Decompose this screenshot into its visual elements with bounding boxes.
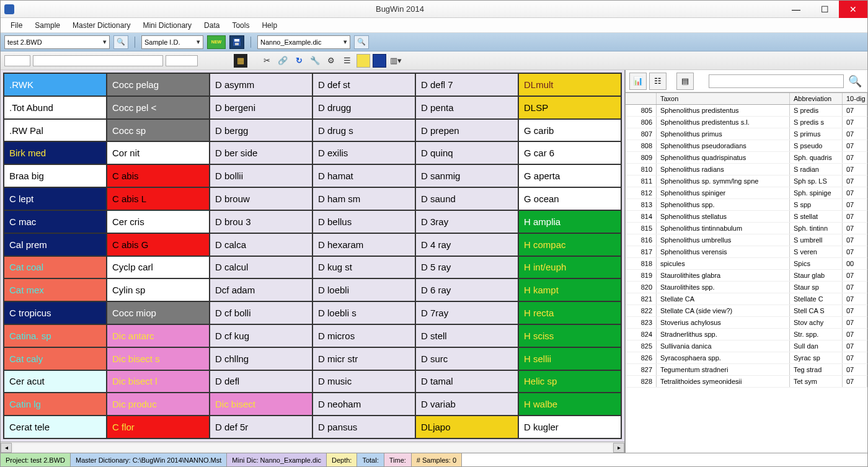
grid-cell[interactable]: D saund (415, 187, 518, 210)
save-button[interactable] (229, 35, 244, 49)
grid-cell[interactable]: C tropicus (4, 301, 107, 324)
col-header-dig[interactable]: 10-dig (843, 93, 867, 104)
taxon-row[interactable]: 821Stellate CAStellate C07 (626, 293, 867, 305)
grid-cell[interactable]: D cf kug (210, 324, 312, 347)
grid-cell[interactable]: .RWK (4, 73, 107, 96)
grid-cell[interactable]: Cat mex (4, 278, 107, 301)
taxon-row[interactable]: 809Sphenolithus quadrispinatusSph. quadr… (626, 152, 867, 164)
grid-cell[interactable]: D 5 ray (415, 256, 518, 279)
taxon-row[interactable]: 828Tetralithoides symeonidesiiTet sym07 (626, 376, 867, 388)
scroll-left-icon[interactable]: ◂ (1, 443, 12, 453)
grid-cell[interactable]: D calcul (210, 256, 312, 279)
grid-cell[interactable]: D 3ray (415, 210, 518, 233)
grid-cell[interactable]: D chllng (210, 347, 312, 370)
grid-cell[interactable]: D cf bolli (210, 301, 312, 324)
field-3[interactable] (166, 55, 198, 66)
grid-cell[interactable]: D ber side (210, 141, 312, 164)
grid-cell[interactable]: D kugler (518, 416, 621, 438)
scroll-track[interactable] (13, 444, 612, 451)
grid-cell[interactable]: D drugg (312, 96, 415, 119)
grid-cell[interactable]: D loebli s (312, 301, 415, 324)
grid-cell[interactable]: .RW Pal (4, 119, 107, 142)
grid-cell[interactable]: G aperta (518, 164, 621, 187)
grid-cell[interactable]: DLmult (518, 73, 621, 96)
grid-cell[interactable]: D micr str (312, 347, 415, 370)
grid-cell[interactable]: Cyclp carl (107, 256, 210, 279)
horizontal-scrollbar[interactable]: ◂ ▸ (1, 442, 624, 453)
link-icon[interactable]: 🔗 (276, 54, 290, 68)
grid-cell[interactable]: H recta (518, 301, 621, 324)
taxon-row[interactable]: 820Staurolithites spp.Staur sp07 (626, 282, 867, 293)
grid-cell[interactable]: H int/euph (518, 256, 621, 279)
grid-cell[interactable]: D exilis (312, 141, 415, 164)
grid-cell[interactable]: D brou 3 (210, 210, 312, 233)
grid-cell[interactable]: Cal prem (4, 233, 107, 256)
grid-cell[interactable]: Dic bisect (210, 393, 312, 416)
taxon-row[interactable]: 815Sphenolithus tintinnabulumSph. tintin… (626, 223, 867, 234)
grid-cell[interactable]: D stell (415, 324, 518, 347)
dictionary-browse-button[interactable]: 🔍 (354, 35, 369, 49)
grid-cell[interactable]: Braa big (4, 164, 107, 187)
grid-cell[interactable]: D variab (415, 393, 518, 416)
grid-cell[interactable]: D 6 ray (415, 278, 518, 301)
menu-tools[interactable]: Tools (227, 19, 254, 32)
grid-cell[interactable]: Dcf adam (210, 278, 312, 301)
taxon-row[interactable]: 824Stradnerlithus spp.Str. spp.07 (626, 329, 867, 340)
grid-cell[interactable]: D sanmig (415, 164, 518, 187)
grid-cell[interactable]: D defl 7 (415, 73, 518, 96)
settings-icon[interactable]: ⚙ (324, 54, 338, 68)
grid-cell[interactable]: D brouw (210, 187, 312, 210)
menu-mini-dictionary[interactable]: Mini Dictionary (138, 19, 197, 32)
grid-cell[interactable]: .Tot Abund (4, 96, 107, 119)
minimize-button[interactable]: — (782, 1, 810, 18)
taxon-row[interactable]: 818spiculesSpics00 (626, 258, 867, 270)
grid-cell[interactable]: Cat coal (4, 256, 107, 279)
grid-cell[interactable]: H kampt (518, 278, 621, 301)
menu-data[interactable]: Data (199, 19, 224, 32)
grid-cell[interactable]: Cer acut (4, 370, 107, 393)
grid-cell[interactable]: D surc (415, 347, 518, 370)
grid-cell[interactable]: Birk med (4, 141, 107, 164)
grid-cell[interactable]: G carib (518, 119, 621, 142)
grid-cell[interactable]: D quinq (415, 141, 518, 164)
menu-master-dictionary[interactable]: Master Dictionary (68, 19, 135, 32)
taxon-row[interactable]: 819Staurolithites glabraStaur glab07 (626, 270, 867, 282)
taxon-table-body[interactable]: 805Sphenolithus predistentusS predis0780… (626, 105, 867, 453)
grid-cell[interactable]: DLjapo (415, 416, 518, 438)
col-header-num[interactable] (626, 93, 657, 104)
grid-cell[interactable]: Cor nit (107, 141, 210, 164)
taxon-row[interactable]: 817Sphenolithus verensisS veren07 (626, 246, 867, 258)
grid-cell[interactable]: H sellii (518, 347, 621, 370)
new-sample-button[interactable]: NEW (207, 35, 226, 49)
grid-cell[interactable]: C abis (107, 164, 210, 187)
taxon-row[interactable]: 810Sphenolithus radiansS radian07 (626, 164, 867, 176)
grid-cell[interactable]: C abis G (107, 233, 210, 256)
grid-cell[interactable]: D def 5r (210, 416, 312, 438)
grid-cell[interactable]: D pansus (312, 416, 415, 438)
grid-cell[interactable]: D bollii (210, 164, 312, 187)
menu-help[interactable]: Help (257, 19, 282, 32)
taxon-search-input[interactable] (709, 74, 844, 88)
grid-cell[interactable]: D asymm (210, 73, 312, 96)
scroll-right-icon[interactable]: ▸ (613, 443, 624, 453)
grid-cell[interactable]: C mac (4, 210, 107, 233)
taxon-row[interactable]: 806Sphenolithus predistentus s.l.S predi… (626, 117, 867, 128)
grid-cell[interactable]: Cat caly (4, 347, 107, 370)
field-2[interactable] (33, 55, 163, 66)
grid-cell[interactable]: DLSP (518, 96, 621, 119)
grid-cell[interactable]: Catin lg (4, 393, 107, 416)
view-list-icon[interactable]: ☷ (649, 73, 666, 90)
grid-cell[interactable]: D loebli (312, 278, 415, 301)
close-button[interactable]: ✕ (839, 1, 867, 18)
grid-cell[interactable]: D penta (415, 96, 518, 119)
menu-file[interactable]: File (6, 19, 27, 32)
view-table-icon[interactable]: ▤ (676, 73, 694, 90)
grid-cell[interactable]: H sciss (518, 324, 621, 347)
grid-cell[interactable]: Cocc sp (107, 119, 210, 142)
grid-cell[interactable]: D bergeni (210, 96, 312, 119)
grid-cell[interactable]: D bergg (210, 119, 312, 142)
grid-cell[interactable]: H amplia (518, 210, 621, 233)
grid-cell[interactable]: D micros (312, 324, 415, 347)
dictionary-combo[interactable]: Nanno_Example.dic ▾ (257, 35, 350, 49)
field-1[interactable] (4, 55, 30, 66)
